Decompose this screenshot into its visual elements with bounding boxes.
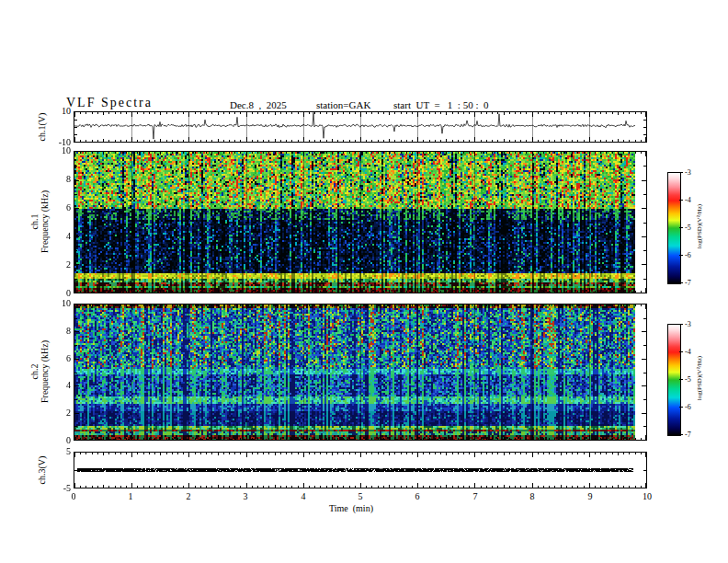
- ch1-spec-ytick-label: 10: [47, 146, 71, 155]
- ch2-spec-ytick-label: 2: [47, 408, 71, 418]
- panel-ch2-spectrogram: [74, 304, 647, 441]
- ch1-spec-ytick-label: 2: [47, 260, 71, 270]
- colorbar-2: [667, 324, 681, 436]
- colorbar-tick: [679, 255, 683, 256]
- time-tick-label: 2: [178, 492, 199, 501]
- colorbar-1: [667, 172, 681, 284]
- time-tick-label: 8: [522, 492, 542, 501]
- colorbar-tick: [679, 434, 683, 435]
- colorbar-tick: [679, 324, 683, 325]
- ylabel-ch2-freq-units: Frequency (kHz): [40, 298, 50, 445]
- header-station: station=GAK: [316, 99, 370, 110]
- ch3-wave-ytick-label: 5: [47, 447, 71, 456]
- ch1-wave-ytick-label: 10: [47, 107, 71, 116]
- colorbar-tick-label: -7: [685, 279, 700, 287]
- ch2-spectrogram-canvas: [74, 304, 646, 440]
- ch1-spec-ytick-label: 0: [47, 289, 71, 298]
- colorbar-tick-label: -7: [685, 431, 700, 439]
- colorbar-tick: [679, 227, 683, 228]
- panel-ch1-waveform: [74, 111, 647, 143]
- ylabel-ch1-channel: ch.1: [29, 148, 40, 295]
- colorbar-tick: [679, 351, 683, 352]
- vlf-spectra-figure: VLF Spectra Dec.8 , 2025 station=GAK sta…: [0, 0, 728, 563]
- colorbar-tick: [679, 282, 683, 283]
- panel-ch3-waveform: [74, 452, 647, 488]
- ch2-spec-ytick-label: 4: [47, 381, 71, 390]
- ch1-spectrogram-canvas: [74, 152, 646, 293]
- colorbar-tick: [679, 407, 683, 408]
- time-tick-label: 10: [637, 492, 657, 501]
- colorbar-tick: [679, 172, 683, 173]
- ylabel-ch1-freq-units: Frequency (kHz): [40, 148, 50, 295]
- ch1-spec-ytick-label: 4: [47, 232, 71, 241]
- time-tick-label: 1: [120, 492, 141, 501]
- colorbar-tick-label: -3: [685, 320, 700, 328]
- ch3-waveform-canvas: [74, 453, 646, 488]
- colorbar-tick-label: -4: [685, 348, 700, 356]
- ch2-spec-ytick-label: 0: [47, 436, 71, 445]
- time-tick-label: 9: [580, 492, 600, 501]
- time-tick-label: 6: [407, 492, 427, 501]
- ylabel-ch1-frequency: ch.1 Frequency (kHz): [29, 148, 51, 295]
- colorbar-tick-label: -3: [685, 168, 700, 177]
- time-tick-label: 0: [63, 492, 84, 501]
- time-tick-label: 5: [350, 492, 370, 501]
- ch2-spec-ytick-label: 8: [47, 327, 71, 336]
- ylabel-ch2-frequency: ch.2 Frequency (kHz): [29, 298, 51, 445]
- colorbar-tick-label: -4: [685, 196, 700, 204]
- ch1-waveform-canvas: [74, 112, 646, 142]
- page-title: VLF Spectra: [66, 96, 153, 110]
- header-date: Dec.8 , 2025: [230, 99, 287, 110]
- colorbar-tick-label: -5: [685, 375, 700, 384]
- colorbar-tick-label: -5: [685, 224, 700, 232]
- time-tick-label: 4: [293, 492, 313, 501]
- colorbar-tick: [679, 200, 683, 201]
- ch2-spec-ytick-label: 6: [47, 354, 71, 363]
- time-tick-label: 3: [235, 492, 256, 501]
- ch2-spec-ytick-label: 10: [47, 299, 71, 308]
- panel-ch1-spectrogram: [74, 151, 647, 293]
- time-axis-label: Time (min): [329, 503, 373, 513]
- time-tick-label: 7: [465, 492, 485, 501]
- ylabel-ch2-channel: ch.2: [29, 298, 40, 445]
- ch1-spec-ytick-label: 6: [47, 203, 71, 213]
- colorbar-tick: [679, 379, 683, 380]
- ch1-spec-ytick-label: 8: [47, 175, 71, 184]
- colorbar-tick-label: -6: [685, 251, 700, 259]
- header-start-ut: start UT = 1 : 50 : 0: [393, 99, 488, 110]
- colorbar-tick-label: -6: [685, 403, 700, 411]
